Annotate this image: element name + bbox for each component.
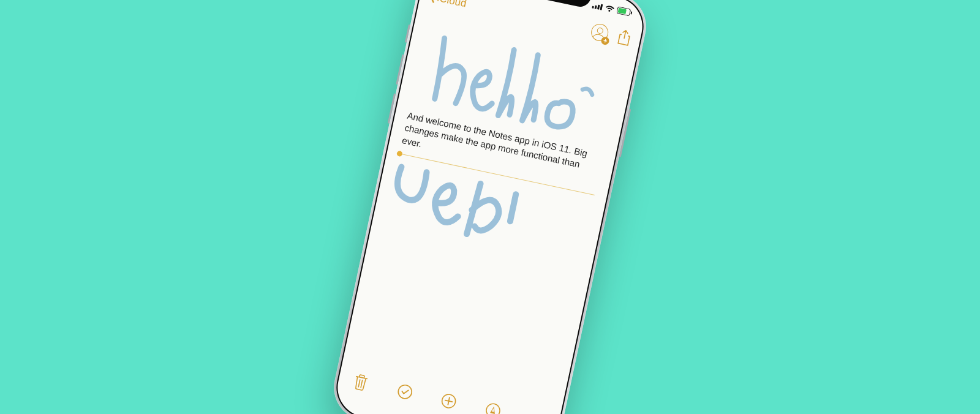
- share-button[interactable]: [616, 29, 633, 46]
- delete-button[interactable]: [350, 372, 371, 393]
- phone-wrapper: 2:21: [328, 0, 652, 414]
- back-button[interactable]: iCloud: [428, 0, 467, 10]
- collaborate-button[interactable]: +: [589, 21, 611, 43]
- screen: 2:21: [332, 0, 647, 414]
- status-indicators: [592, 1, 633, 17]
- checkmark-circle-icon: [395, 382, 414, 401]
- plus-badge-icon: +: [600, 36, 609, 45]
- divider-handle-icon[interactable]: [396, 150, 403, 157]
- plus-circle-icon: [439, 392, 458, 411]
- svg-rect-1: [595, 5, 597, 9]
- back-label: iCloud: [436, 0, 467, 10]
- checklist-button[interactable]: [394, 382, 415, 402]
- svg-rect-0: [592, 6, 594, 9]
- wifi-icon: [605, 4, 616, 13]
- pencil-circle-icon: [483, 401, 502, 414]
- cellular-icon: [592, 1, 603, 10]
- phone-bezel: 2:21: [331, 0, 649, 414]
- svg-rect-5: [618, 8, 627, 15]
- svg-rect-3: [600, 4, 603, 10]
- svg-rect-6: [630, 11, 632, 14]
- share-icon: [617, 29, 632, 47]
- compose-icon: [527, 410, 546, 414]
- promo-stage: 2:21: [0, 0, 980, 414]
- phone-frame: 2:21: [328, 0, 652, 414]
- svg-point-7: [397, 384, 413, 400]
- battery-icon: [616, 6, 633, 17]
- svg-rect-2: [597, 4, 600, 9]
- note-content[interactable]: And welcome to the Notes app in iOS 11. …: [344, 7, 637, 402]
- trash-icon: [352, 373, 369, 391]
- draw-button[interactable]: [483, 401, 503, 414]
- compose-button[interactable]: [527, 410, 547, 414]
- add-attachment-button[interactable]: [439, 391, 459, 411]
- handwriting-secondary: [383, 160, 554, 265]
- nav-actions: +: [589, 21, 633, 48]
